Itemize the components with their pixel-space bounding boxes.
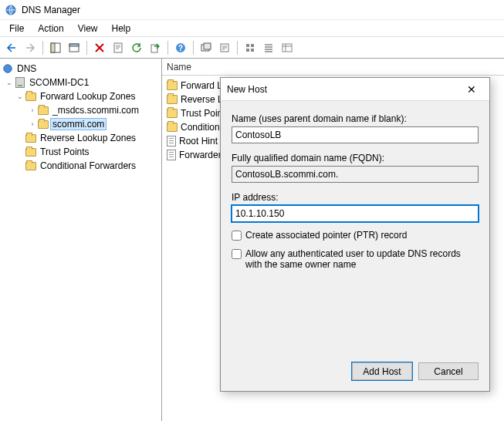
menu-action[interactable]: Action: [32, 22, 69, 35]
toolbar-delete[interactable]: [91, 39, 108, 56]
fqdn-label: Fully qualified domain name (FQDN):: [232, 153, 479, 163]
toolbar-export[interactable]: [147, 39, 164, 56]
folder-icon: [25, 160, 37, 172]
ptr-checkbox-label[interactable]: Create associated pointer (PTR) record: [245, 230, 407, 241]
dns-app-icon: [5, 4, 17, 16]
tree-label: scommi.com: [51, 119, 106, 130]
tree-zone-msdcs[interactable]: › _msdcs.scommi.com: [2, 103, 160, 117]
dns-icon: [2, 62, 14, 75]
tree-label: DNS: [15, 63, 38, 74]
folder-icon: [37, 118, 49, 130]
ip-input[interactable]: [232, 205, 479, 222]
toolbar-refresh[interactable]: [128, 39, 145, 56]
folder-icon: [25, 90, 37, 103]
tree-zone-scommi[interactable]: › scommi.com: [2, 117, 160, 131]
folder-icon: [167, 81, 178, 90]
name-input[interactable]: [232, 126, 479, 143]
svg-rect-5: [114, 43, 122, 52]
svg-rect-15: [251, 49, 254, 52]
folder-icon: [167, 95, 178, 104]
folder-icon: [167, 123, 178, 132]
allow-update-checkbox-label[interactable]: Allow any authenticated user to update D…: [245, 248, 479, 270]
tree-pane: DNS ⌄ SCOMMI-DC1 ⌄ Forward Lookup Zones …: [0, 59, 162, 421]
svg-rect-13: [251, 44, 254, 47]
toolbar-list[interactable]: [260, 39, 277, 56]
dialog-titlebar: New Host ✕: [221, 78, 489, 101]
add-host-button[interactable]: Add Host: [352, 362, 412, 380]
svg-text:?: ?: [178, 44, 183, 52]
svg-rect-2: [51, 43, 55, 52]
svg-point-17: [4, 65, 12, 73]
window-title: DNS Manager: [22, 5, 80, 15]
page-icon: [167, 150, 176, 160]
close-icon: ✕: [467, 83, 476, 96]
tree-label: Forward Lookup Zones: [39, 91, 137, 102]
tree-label: _msdcs.scommi.com: [51, 105, 140, 116]
ptr-checkbox[interactable]: [232, 231, 242, 241]
tree-label: Conditional Forwarders: [39, 160, 137, 171]
tree-trust-points[interactable]: Trust Points: [2, 145, 160, 159]
cancel-button[interactable]: Cancel: [418, 362, 479, 380]
svg-rect-10: [204, 43, 211, 49]
list-column-name[interactable]: Name: [162, 59, 504, 76]
toolbar-new-window[interactable]: [198, 39, 215, 56]
expand-toggle-icon[interactable]: ›: [28, 106, 37, 114]
toolbar-detail[interactable]: [279, 39, 296, 56]
toolbar-filter[interactable]: [216, 39, 233, 56]
server-icon: [14, 76, 26, 89]
menu-view[interactable]: View: [72, 22, 104, 35]
svg-rect-4: [69, 44, 79, 46]
new-host-dialog: New Host ✕ Name (uses parent domain name…: [220, 77, 490, 392]
tree-root-dns[interactable]: DNS: [2, 62, 160, 76]
toolbar-large-icons[interactable]: [242, 39, 259, 56]
toolbar-back[interactable]: [3, 39, 20, 56]
toolbar-forward[interactable]: [22, 39, 39, 56]
fqdn-input: [232, 166, 479, 183]
svg-rect-12: [246, 44, 249, 47]
allow-update-checkbox[interactable]: [232, 249, 242, 259]
tree-conditional-forwarders[interactable]: Conditional Forwarders: [2, 159, 160, 173]
toolbar-show-hide-tree[interactable]: [47, 39, 64, 56]
close-button[interactable]: ✕: [460, 81, 483, 98]
tree-label: SCOMMI-DC1: [28, 77, 90, 88]
toolbar-properties[interactable]: [110, 39, 127, 56]
toolbar-help[interactable]: ?: [172, 39, 189, 56]
folder-icon: [25, 132, 37, 144]
tree-reverse-zones[interactable]: Reverse Lookup Zones: [2, 131, 160, 145]
expand-toggle-icon[interactable]: ⌄: [15, 93, 25, 100]
svg-rect-16: [282, 44, 292, 52]
tree-forward-zones[interactable]: ⌄ Forward Lookup Zones: [2, 89, 160, 103]
toolbar-properties-window[interactable]: [66, 39, 83, 56]
tree-label: Reverse Lookup Zones: [39, 133, 137, 143]
ip-label: IP address:: [232, 192, 479, 203]
tree-label: Trust Points: [39, 147, 91, 157]
expand-toggle-icon[interactable]: ⌄: [5, 79, 14, 86]
titlebar: DNS Manager: [0, 0, 504, 20]
folder-icon: [37, 104, 49, 116]
name-label: Name (uses parent domain name if blank):: [232, 113, 479, 124]
menu-help[interactable]: Help: [106, 22, 137, 35]
dialog-title: New Host: [227, 84, 267, 95]
expand-toggle-icon[interactable]: ›: [28, 120, 37, 128]
page-icon: [167, 136, 176, 147]
tree-server[interactable]: ⌄ SCOMMI-DC1: [2, 76, 160, 89]
svg-rect-14: [246, 49, 249, 52]
menubar: File Action View Help: [0, 20, 504, 37]
toolbar: ?: [0, 37, 504, 59]
folder-icon: [167, 109, 178, 118]
menu-file[interactable]: File: [3, 22, 30, 35]
folder-icon: [25, 146, 37, 158]
